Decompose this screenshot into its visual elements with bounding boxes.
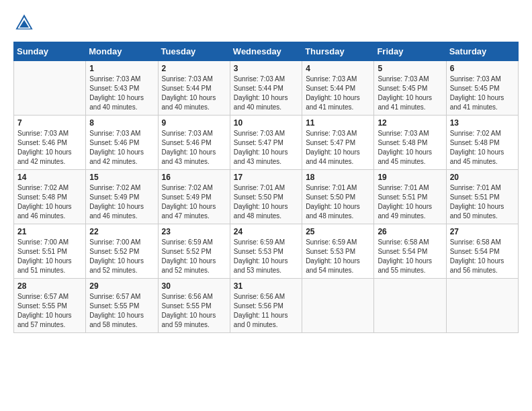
day-number: 5: [378, 64, 442, 73]
day-detail: Sunrise: 7:03 AM Sunset: 5:45 PM Dayligh…: [450, 75, 515, 112]
day-detail: Sunrise: 7:03 AM Sunset: 5:47 PM Dayligh…: [234, 129, 298, 167]
day-detail: Sunrise: 6:56 AM Sunset: 5:55 PM Dayligh…: [162, 292, 226, 330]
day-number: 27: [450, 227, 515, 236]
day-detail: Sunrise: 7:03 AM Sunset: 5:46 PM Dayligh…: [162, 129, 226, 167]
day-detail: Sunrise: 7:01 AM Sunset: 5:51 PM Dayligh…: [378, 183, 442, 221]
calendar-cell: 30Sunrise: 6:56 AM Sunset: 5:55 PM Dayli…: [158, 279, 230, 333]
day-detail: Sunrise: 7:03 AM Sunset: 5:46 PM Dayligh…: [17, 129, 82, 167]
week-row-3: 14Sunrise: 7:02 AM Sunset: 5:48 PM Dayli…: [14, 170, 519, 224]
calendar-cell: 21Sunrise: 7:00 AM Sunset: 5:51 PM Dayli…: [14, 224, 86, 279]
day-detail: Sunrise: 7:03 AM Sunset: 5:44 PM Dayligh…: [234, 75, 298, 112]
page-header: [13, 13, 519, 35]
calendar-cell: 7Sunrise: 7:03 AM Sunset: 5:46 PM Daylig…: [14, 116, 86, 170]
day-number: 3: [234, 64, 298, 73]
day-detail: Sunrise: 6:57 AM Sunset: 5:55 PM Dayligh…: [89, 292, 154, 330]
calendar-cell: 24Sunrise: 6:59 AM Sunset: 5:53 PM Dayli…: [230, 224, 302, 279]
logo-mark: [13, 13, 34, 35]
day-number: 11: [306, 118, 370, 128]
calendar-cell: 23Sunrise: 6:59 AM Sunset: 5:52 PM Dayli…: [158, 224, 230, 279]
day-number: 26: [378, 227, 442, 236]
day-detail: Sunrise: 6:57 AM Sunset: 5:55 PM Dayligh…: [17, 292, 82, 330]
calendar-cell: 13Sunrise: 7:02 AM Sunset: 5:48 PM Dayli…: [446, 116, 518, 170]
day-number: 16: [162, 173, 226, 182]
day-number: 6: [450, 64, 515, 73]
day-number: 14: [17, 173, 82, 182]
day-detail: Sunrise: 7:00 AM Sunset: 5:52 PM Dayligh…: [89, 238, 154, 275]
day-number: 15: [89, 173, 154, 182]
day-detail: Sunrise: 7:02 AM Sunset: 5:48 PM Dayligh…: [450, 129, 515, 167]
week-row-4: 21Sunrise: 7:00 AM Sunset: 5:51 PM Dayli…: [14, 224, 519, 279]
calendar-cell: 18Sunrise: 7:01 AM Sunset: 5:50 PM Dayli…: [302, 170, 374, 224]
calendar-cell: 25Sunrise: 6:59 AM Sunset: 5:53 PM Dayli…: [302, 224, 374, 279]
day-number: 10: [234, 118, 298, 128]
day-number: 8: [89, 118, 154, 128]
day-number: 12: [378, 118, 442, 128]
calendar-cell: 10Sunrise: 7:03 AM Sunset: 5:47 PM Dayli…: [230, 116, 302, 170]
day-detail: Sunrise: 7:03 AM Sunset: 5:46 PM Dayligh…: [89, 129, 154, 167]
day-detail: Sunrise: 7:01 AM Sunset: 5:51 PM Dayligh…: [450, 183, 515, 221]
day-detail: Sunrise: 7:02 AM Sunset: 5:48 PM Dayligh…: [17, 183, 82, 221]
calendar-cell: 12Sunrise: 7:03 AM Sunset: 5:48 PM Dayli…: [374, 116, 446, 170]
day-detail: Sunrise: 6:59 AM Sunset: 5:53 PM Dayligh…: [234, 238, 298, 275]
day-detail: Sunrise: 7:03 AM Sunset: 5:47 PM Dayligh…: [306, 129, 370, 167]
weekday-header-friday: Friday: [374, 42, 446, 61]
calendar-cell: 11Sunrise: 7:03 AM Sunset: 5:47 PM Dayli…: [302, 116, 374, 170]
day-number: 21: [17, 227, 82, 236]
logo: [13, 13, 34, 35]
day-detail: Sunrise: 7:03 AM Sunset: 5:44 PM Dayligh…: [162, 75, 226, 112]
week-row-1: 1Sunrise: 7:03 AM Sunset: 5:43 PM Daylig…: [14, 61, 519, 116]
day-detail: Sunrise: 7:03 AM Sunset: 5:48 PM Dayligh…: [378, 129, 442, 167]
day-detail: Sunrise: 6:56 AM Sunset: 5:56 PM Dayligh…: [234, 292, 298, 330]
day-number: 22: [89, 227, 154, 236]
week-row-2: 7Sunrise: 7:03 AM Sunset: 5:46 PM Daylig…: [14, 116, 519, 170]
day-number: 9: [162, 118, 226, 128]
calendar-cell: 15Sunrise: 7:02 AM Sunset: 5:49 PM Dayli…: [86, 170, 158, 224]
calendar-cell: [446, 279, 518, 333]
day-number: 19: [378, 173, 442, 182]
day-number: 25: [306, 227, 370, 236]
day-number: 4: [306, 64, 370, 73]
day-number: 13: [450, 118, 515, 128]
day-number: 17: [234, 173, 298, 182]
calendar-cell: 22Sunrise: 7:00 AM Sunset: 5:52 PM Dayli…: [86, 224, 158, 279]
day-number: 31: [234, 281, 298, 291]
calendar-cell: 14Sunrise: 7:02 AM Sunset: 5:48 PM Dayli…: [14, 170, 86, 224]
weekday-header-saturday: Saturday: [446, 42, 518, 61]
day-detail: Sunrise: 7:00 AM Sunset: 5:51 PM Dayligh…: [17, 238, 82, 275]
day-detail: Sunrise: 6:59 AM Sunset: 5:53 PM Dayligh…: [306, 238, 370, 275]
day-number: 18: [306, 173, 370, 182]
day-number: 30: [162, 281, 226, 291]
calendar-cell: [302, 279, 374, 333]
day-detail: Sunrise: 7:02 AM Sunset: 5:49 PM Dayligh…: [162, 183, 226, 221]
calendar-cell: [374, 279, 446, 333]
calendar-cell: 28Sunrise: 6:57 AM Sunset: 5:55 PM Dayli…: [14, 279, 86, 333]
day-number: 2: [162, 64, 226, 73]
calendar-cell: 29Sunrise: 6:57 AM Sunset: 5:55 PM Dayli…: [86, 279, 158, 333]
weekday-header-row: SundayMondayTuesdayWednesdayThursdayFrid…: [14, 42, 519, 61]
calendar-cell: 17Sunrise: 7:01 AM Sunset: 5:50 PM Dayli…: [230, 170, 302, 224]
day-number: 20: [450, 173, 515, 182]
calendar-table: SundayMondayTuesdayWednesdayThursdayFrid…: [13, 42, 519, 333]
day-detail: Sunrise: 7:03 AM Sunset: 5:44 PM Dayligh…: [306, 75, 370, 112]
day-number: 28: [17, 281, 82, 291]
day-detail: Sunrise: 7:01 AM Sunset: 5:50 PM Dayligh…: [234, 183, 298, 221]
day-detail: Sunrise: 7:03 AM Sunset: 5:45 PM Dayligh…: [378, 75, 442, 112]
day-detail: Sunrise: 7:02 AM Sunset: 5:49 PM Dayligh…: [89, 183, 154, 221]
day-detail: Sunrise: 6:58 AM Sunset: 5:54 PM Dayligh…: [378, 238, 442, 275]
calendar-cell: 19Sunrise: 7:01 AM Sunset: 5:51 PM Dayli…: [374, 170, 446, 224]
calendar-cell: 20Sunrise: 7:01 AM Sunset: 5:51 PM Dayli…: [446, 170, 518, 224]
calendar-cell: 31Sunrise: 6:56 AM Sunset: 5:56 PM Dayli…: [230, 279, 302, 333]
weekday-header-monday: Monday: [86, 42, 158, 61]
calendar-cell: 3Sunrise: 7:03 AM Sunset: 5:44 PM Daylig…: [230, 61, 302, 116]
calendar-cell: 27Sunrise: 6:58 AM Sunset: 5:54 PM Dayli…: [446, 224, 518, 279]
calendar-cell: 26Sunrise: 6:58 AM Sunset: 5:54 PM Dayli…: [374, 224, 446, 279]
day-detail: Sunrise: 7:01 AM Sunset: 5:50 PM Dayligh…: [306, 183, 370, 221]
week-row-5: 28Sunrise: 6:57 AM Sunset: 5:55 PM Dayli…: [14, 279, 519, 333]
calendar-cell: 9Sunrise: 7:03 AM Sunset: 5:46 PM Daylig…: [158, 116, 230, 170]
day-detail: Sunrise: 7:03 AM Sunset: 5:43 PM Dayligh…: [89, 75, 154, 112]
day-number: 24: [234, 227, 298, 236]
calendar-cell: 5Sunrise: 7:03 AM Sunset: 5:45 PM Daylig…: [374, 61, 446, 116]
calendar-cell: [14, 61, 86, 116]
calendar-cell: 6Sunrise: 7:03 AM Sunset: 5:45 PM Daylig…: [446, 61, 518, 116]
weekday-header-thursday: Thursday: [302, 42, 374, 61]
